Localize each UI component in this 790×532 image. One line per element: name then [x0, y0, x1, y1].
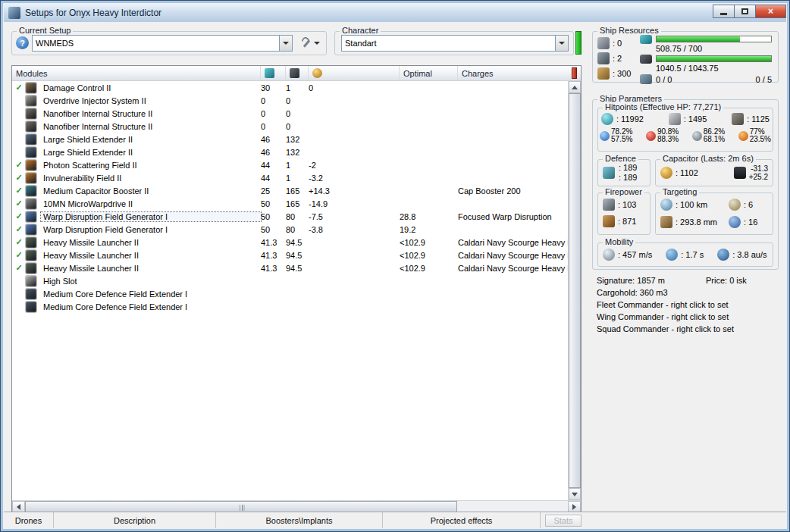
module-row[interactable]: ✓ Heavy Missile Launcher II 41.3 94.5 <1… — [12, 236, 568, 249]
module-powergrid-value: 132 — [286, 148, 309, 157]
module-powergrid-value: 1 — [286, 83, 309, 92]
module-charge-value: Caldari Navy Scourge Heavy Missile — [458, 264, 568, 273]
module-cpu-value: 0 — [261, 109, 286, 118]
drones-active-value: 0 / 5 — [756, 75, 772, 84]
module-charge-value: Focused Warp Disruption — [458, 212, 568, 221]
character-combobox-arrow[interactable] — [555, 36, 568, 51]
module-icon — [26, 95, 36, 106]
header-corner — [568, 66, 581, 81]
active-check-icon: ✓ — [12, 83, 26, 92]
module-powergrid-value: 80 — [286, 225, 309, 234]
hull-hp-value: : 1125 — [747, 114, 770, 124]
module-row[interactable]: ✓ Photon Scattering Field II 44 1 -2 — [12, 158, 568, 171]
fleet-commander-line[interactable]: Fleet Commander - right click to set — [597, 299, 779, 311]
wing-commander-line[interactable]: Wing Commander - right click to set — [597, 311, 779, 323]
module-cpu-value: 46 — [261, 148, 286, 157]
module-charge-value: Cap Booster 200 — [458, 186, 568, 196]
defence-icon — [603, 167, 615, 179]
title-bar[interactable]: Setups for Onyx Heavy Interdictor — [4, 4, 786, 22]
module-icon — [26, 302, 36, 312]
defence-box: Defence : 189 : 189 — [597, 159, 650, 186]
module-row[interactable]: Nanofiber Internal Structure II 0 0 — [12, 107, 568, 120]
align-time-value: : 1.7 s — [681, 250, 704, 259]
scroll-up-button[interactable] — [569, 81, 581, 93]
module-row[interactable]: ✓ Medium Capacitor Booster II 25 165 +14… — [12, 184, 568, 197]
capacitor-label: Capacitor (Lasts: 2m 6s) — [660, 154, 756, 163]
module-row[interactable]: High Slot — [12, 274, 568, 287]
triangle-right-icon — [572, 504, 576, 510]
scan-resolution-value: : 293.8 mm — [676, 217, 717, 227]
squad-commander-line[interactable]: Squad Commander - right click to set — [597, 323, 779, 335]
module-row[interactable]: ✓ Warp Disruption Field Generator I 50 8… — [12, 210, 568, 223]
thermal-armor-resist: 88.3% — [657, 136, 679, 143]
wrench-icon — [302, 38, 311, 49]
module-row[interactable]: ✓ Invulnerability Field II 44 1 -3.2 — [12, 171, 568, 184]
module-row[interactable]: Large Shield Extender II 46 132 — [12, 133, 568, 146]
bottom-tab[interactable]: Description — [54, 512, 216, 528]
mobility-box: Mobility : 457 m/s : 1.7 s : 3.8 au/s — [597, 243, 773, 267]
column-header-powergrid — [286, 66, 309, 80]
setup-tools-button[interactable] — [297, 35, 324, 52]
chevron-down-icon — [314, 42, 320, 45]
active-check-icon: ✓ — [12, 250, 26, 260]
setup-combobox-value: WNMEDS — [33, 39, 279, 48]
module-row[interactable]: Large Shield Extender II 46 132 — [12, 146, 568, 158]
maximize-button[interactable] — [734, 5, 756, 18]
module-powergrid-value: 94.5 — [286, 264, 309, 273]
bottom-tab-label: Drones — [15, 516, 42, 525]
vertical-scrollbar[interactable] — [568, 81, 581, 500]
kinetic-resist-cell: 86.2%68.1% — [692, 128, 725, 143]
module-powergrid-value: 1 — [286, 161, 309, 170]
module-icon — [26, 199, 36, 209]
resists-row: 78.2%57.5% 90.8%88.3% 86.2%68.1% 77%23.5… — [598, 125, 773, 143]
cpu-bar-fill — [657, 36, 740, 42]
thumb-grip-icon — [238, 505, 245, 511]
targeting-box: Targeting : 100 km : 6 : 293.8 mm : 16 — [655, 192, 773, 235]
help-button[interactable]: ? — [16, 36, 29, 49]
bottom-tab[interactable]: Boosters\Implants — [216, 512, 383, 528]
module-row[interactable]: ✓ Heavy Missile Launcher II 41.3 94.5 <1… — [12, 261, 568, 274]
module-row[interactable]: ✓ Warp Disruption Field Generator I 50 8… — [12, 223, 568, 236]
active-check-icon: ✓ — [12, 263, 26, 273]
module-cpu-value: 41.3 — [261, 264, 286, 273]
module-row[interactable]: Medium Core Defence Field Extender I — [12, 300, 568, 313]
close-icon: × — [768, 6, 773, 17]
module-icon — [26, 121, 36, 132]
modules-panel: Modules Optimal Charges ✓ Damage Control… — [11, 65, 582, 514]
setup-combobox-arrow[interactable] — [279, 36, 292, 51]
modules-list: ✓ Damage Control II 30 1 0 Overdrive Inj… — [12, 81, 568, 500]
hardpoints-column: : 0 : 2 : 300 — [597, 37, 631, 80]
triangle-down-icon — [572, 493, 578, 496]
stats-button[interactable]: Stats — [545, 515, 582, 527]
setup-combobox[interactable]: WNMEDS — [32, 35, 293, 52]
minimize-button[interactable] — [713, 5, 735, 18]
module-row[interactable]: Nanofiber Internal Structure II 0 0 — [12, 120, 568, 133]
dps-icon — [603, 215, 615, 227]
dronebay-value: 0 / 0 — [656, 75, 672, 84]
scroll-down-button[interactable] — [569, 488, 581, 500]
price-value: Price: 0 isk — [706, 274, 747, 286]
dps-value: : 871 — [618, 217, 636, 226]
close-button[interactable]: × — [755, 5, 786, 18]
module-name: High Slot — [41, 277, 261, 286]
bottom-tab[interactable]: Drones — [4, 512, 54, 528]
character-combobox[interactable]: Standart — [341, 35, 569, 52]
module-name: Large Shield Extender II — [41, 135, 261, 144]
module-optimal-value: <102.9 — [400, 251, 458, 260]
module-row[interactable]: ✓ Heavy Missile Launcher II 41.3 94.5 <1… — [12, 249, 568, 261]
capacitor-stability-icon — [734, 167, 746, 179]
module-row[interactable]: ✓ Damage Control II 30 1 0 — [12, 81, 568, 94]
module-row[interactable]: Medium Core Defence Field Extender I — [12, 287, 568, 300]
module-cpu-value: 44 — [261, 161, 286, 170]
module-name: Damage Control II — [41, 83, 261, 92]
defence-top-value: : 189 — [619, 163, 637, 173]
vertical-scrollbar-thumb[interactable] — [569, 93, 581, 488]
module-row[interactable]: Overdrive Injector System II 0 0 — [12, 94, 568, 107]
signature-value: Signature: 1857 m — [597, 276, 665, 285]
bottom-tab[interactable]: Projected effects — [383, 512, 541, 528]
module-powergrid-value: 165 — [286, 186, 309, 196]
targeting-label: Targeting — [660, 187, 699, 196]
module-row[interactable]: ✓ 10MN MicroWarpdrive II 50 165 -14.9 — [12, 197, 568, 210]
character-group: Character Standart — [334, 31, 574, 55]
kinetic-armor-resist: 68.1% — [704, 136, 725, 143]
